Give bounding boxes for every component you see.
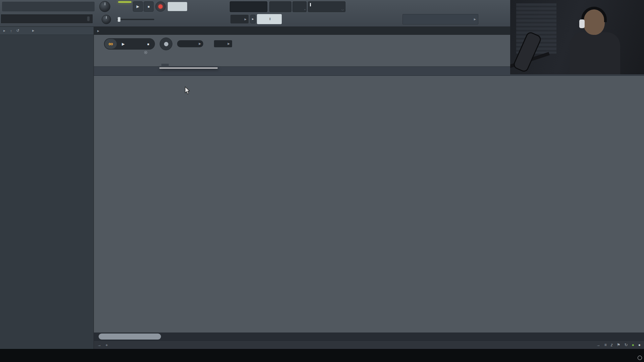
headphones xyxy=(581,7,607,22)
pattern-prev-button[interactable]: ▶ xyxy=(250,15,256,23)
search-icon[interactable] xyxy=(22,28,27,33)
plus-icon[interactable]: ＋ xyxy=(105,342,109,348)
record-reel-icon[interactable] xyxy=(130,39,142,49)
fl-studio-window: ▶ ■ ◔ ◡ xyxy=(0,0,644,362)
cpu-panel: ◡ xyxy=(308,1,345,12)
notification-center-button[interactable] xyxy=(633,352,641,359)
record-duration-selector[interactable]: ▶ xyxy=(214,40,232,47)
bpm-display[interactable] xyxy=(168,2,187,11)
z-icon[interactable]: z xyxy=(611,343,613,347)
waveform-display[interactable] xyxy=(94,76,644,333)
chevron-right-icon: ▶ xyxy=(31,28,36,33)
collapse-icon[interactable]: ▶ xyxy=(97,29,99,33)
play-button[interactable]: ▶ xyxy=(117,39,129,49)
expand-icon[interactable]: ▸ xyxy=(2,28,7,33)
lips-icon: ◡ xyxy=(341,8,344,11)
stop-button[interactable]: ■ xyxy=(144,1,154,12)
windows-taskbar xyxy=(0,349,644,362)
record-mode-selector[interactable]: ▶ xyxy=(177,40,203,47)
webcam-overlay xyxy=(510,0,644,74)
flag-icon[interactable]: ⚑ xyxy=(617,343,621,347)
dot-light-icon[interactable]: ● xyxy=(638,343,641,347)
browser-panel: ▸ ↑ ↺ ▶ xyxy=(0,27,94,349)
append-option[interactable] xyxy=(144,51,149,54)
chevron-right-icon: ▶ xyxy=(245,18,247,21)
record-dot-icon xyxy=(158,4,163,9)
menu-bar xyxy=(2,2,95,11)
time-display[interactable] xyxy=(230,1,267,12)
undo-icon[interactable]: ↺ xyxy=(15,28,20,33)
arrow-icon[interactable]: → xyxy=(596,343,600,347)
pat-song-toggle[interactable] xyxy=(118,1,131,12)
dot-green-icon[interactable]: ● xyxy=(632,343,634,347)
edison-transport: ∞ ▶ ■ xyxy=(104,38,155,50)
radio-icon xyxy=(144,51,147,54)
stop-button[interactable]: ■ xyxy=(142,39,154,49)
up-icon[interactable]: ↑ xyxy=(9,28,13,33)
hint-next-icon[interactable]: ▶ xyxy=(474,18,476,21)
reload-icon[interactable]: ↻ xyxy=(624,343,628,347)
arrow-right-icon[interactable]: → xyxy=(97,343,101,347)
clock-mini-icon: ◔ xyxy=(304,8,306,11)
scrollbar-thumb[interactable] xyxy=(99,334,161,340)
pattern-position-panel: ◔ xyxy=(292,1,307,12)
browser-header: ▸ ↑ ↺ ▶ xyxy=(0,27,94,35)
person-body xyxy=(570,32,620,74)
main-pitch-knob[interactable] xyxy=(102,15,111,24)
edison-window: ▶ ∞ ▶ ■ ▶ ▶ xyxy=(94,27,644,349)
list-icon[interactable]: ≡ xyxy=(604,343,607,347)
play-button[interactable]: ▶ xyxy=(133,1,143,12)
snap-context-menu xyxy=(159,67,218,69)
master-volume-knob[interactable] xyxy=(99,1,110,12)
waveform-scrollbar[interactable] xyxy=(94,333,644,341)
mouse-cursor xyxy=(184,86,191,95)
pattern-selector[interactable]: ▲▼ xyxy=(257,14,282,24)
record-button[interactable] xyxy=(155,1,166,12)
pattern-add-button[interactable] xyxy=(283,15,288,23)
cpu-meter xyxy=(310,3,311,6)
loop-button[interactable]: ∞ xyxy=(105,39,117,49)
hint-panel: ▶ xyxy=(402,14,478,24)
system-tray xyxy=(625,349,644,362)
shuffle-slider[interactable] xyxy=(117,19,154,20)
browser-snippet-row xyxy=(0,35,94,44)
slider-thumb[interactable] xyxy=(118,17,120,22)
edison-statusbar: → ＋ → ≡ z ⚑ ↻ ● ● xyxy=(94,341,644,349)
spinner-icon[interactable]: ▲▼ xyxy=(269,17,271,21)
playlist-position-panel xyxy=(269,1,291,12)
record-button[interactable] xyxy=(160,38,172,50)
project-title-field[interactable] xyxy=(1,14,93,23)
mode-dropdown[interactable]: ▶ xyxy=(230,15,249,23)
song-label[interactable] xyxy=(118,1,131,3)
notification-badge xyxy=(638,356,642,360)
headphone-earcup xyxy=(579,19,585,28)
bottle-icon xyxy=(87,16,90,21)
